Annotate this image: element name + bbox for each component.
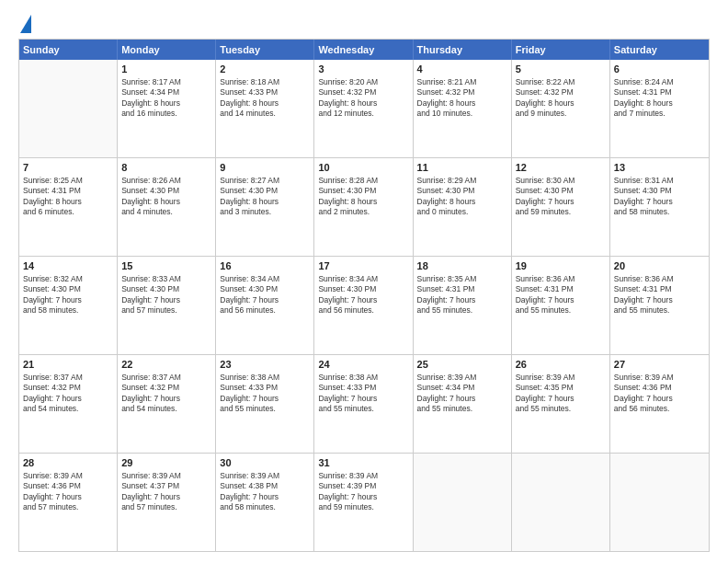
calendar-week-row: 14Sunrise: 8:32 AMSunset: 4:30 PMDayligh… [19,257,709,355]
logo [18,15,31,31]
day-info: Daylight: 8 hours [417,98,476,108]
day-info: and 12 minutes. [318,109,373,118]
day-info: and 9 minutes. [516,109,567,118]
day-info: Daylight: 7 hours [614,197,673,206]
day-info: Sunrise: 8:28 AM [318,176,378,185]
day-info: Sunrise: 8:39 AM [318,471,378,480]
day-info: and 55 minutes. [614,305,669,315]
day-info: Daylight: 8 hours [220,98,279,108]
page-header [18,15,710,31]
calendar-cell: 6Sunrise: 8:24 AMSunset: 4:31 PMDaylight… [610,60,709,157]
day-info: Daylight: 7 hours [516,394,574,403]
day-info: and 58 minutes. [614,207,669,216]
day-info: Sunset: 4:34 PM [121,87,179,97]
day-info: Sunset: 4:36 PM [614,383,672,392]
calendar-cell: 23Sunrise: 8:38 AMSunset: 4:33 PMDayligh… [216,355,314,453]
day-info: and 56 minutes. [614,404,669,413]
day-info: and 58 minutes. [220,502,275,511]
calendar-cell: 29Sunrise: 8:39 AMSunset: 4:37 PMDayligh… [118,454,216,551]
day-number: 27 [614,358,705,372]
day-info: Sunrise: 8:39 AM [220,471,279,480]
day-info: and 54 minutes. [121,404,176,413]
day-info: Sunrise: 8:39 AM [614,373,674,382]
calendar-week-row: 7Sunrise: 8:25 AMSunset: 4:31 PMDaylight… [19,158,709,257]
calendar-cell [610,454,709,551]
day-info: Sunset: 4:30 PM [318,186,376,195]
calendar-cell: 26Sunrise: 8:39 AMSunset: 4:35 PMDayligh… [512,355,610,453]
calendar-cell: 13Sunrise: 8:31 AMSunset: 4:30 PMDayligh… [610,158,709,256]
day-number: 4 [417,63,507,76]
day-number: 17 [318,259,408,273]
day-info: and 56 minutes. [318,305,373,315]
calendar-cell: 19Sunrise: 8:36 AMSunset: 4:31 PMDayligh… [512,257,610,354]
day-number: 6 [614,63,705,76]
day-info: Daylight: 8 hours [121,197,180,206]
day-number: 22 [121,358,211,372]
day-info: Sunset: 4:31 PM [23,186,81,195]
day-info: Daylight: 7 hours [318,492,377,501]
calendar-cell: 25Sunrise: 8:39 AMSunset: 4:34 PMDayligh… [414,355,512,453]
day-info: Sunset: 4:30 PM [417,186,475,195]
calendar-cell: 16Sunrise: 8:34 AMSunset: 4:30 PMDayligh… [216,257,314,354]
day-number: 24 [318,358,408,372]
calendar-header: SundayMondayTuesdayWednesdayThursdayFrid… [19,40,709,60]
day-info: Sunrise: 8:20 AM [318,77,378,86]
day-number: 29 [121,456,211,470]
day-info: Daylight: 8 hours [23,197,82,206]
day-number: 5 [516,63,606,76]
calendar: SundayMondayTuesdayWednesdayThursdayFrid… [18,39,710,552]
day-info: and 56 minutes. [220,305,275,315]
calendar-header-day: Wednesday [314,40,413,60]
day-info: Sunset: 4:30 PM [614,186,672,195]
day-info: Daylight: 7 hours [220,394,279,403]
day-info: Daylight: 8 hours [121,98,180,108]
day-info: and 10 minutes. [417,109,472,118]
logo-triangle-icon [20,15,31,33]
calendar-cell: 14Sunrise: 8:32 AMSunset: 4:30 PMDayligh… [19,257,118,354]
calendar-cell: 1Sunrise: 8:17 AMSunset: 4:34 PMDaylight… [118,60,216,157]
day-info: Sunset: 4:32 PM [121,383,179,392]
day-info: and 59 minutes. [318,502,373,511]
day-info: Daylight: 7 hours [23,295,82,304]
calendar-cell: 12Sunrise: 8:30 AMSunset: 4:30 PMDayligh… [512,158,610,256]
day-info: Sunset: 4:32 PM [516,87,574,97]
day-info: Daylight: 7 hours [516,197,574,206]
day-info: and 55 minutes. [417,404,472,413]
day-info: Daylight: 7 hours [417,295,476,304]
day-number: 28 [23,456,113,470]
day-info: Daylight: 8 hours [318,197,377,206]
day-number: 2 [220,63,310,76]
day-number: 3 [318,63,408,76]
calendar-cell: 22Sunrise: 8:37 AMSunset: 4:32 PMDayligh… [118,355,216,453]
day-info: and 3 minutes. [220,207,271,216]
day-number: 19 [516,259,606,273]
day-info: and 55 minutes. [417,305,472,315]
day-info: Sunrise: 8:33 AM [121,274,181,283]
calendar-cell: 18Sunrise: 8:35 AMSunset: 4:31 PMDayligh… [414,257,512,354]
day-info: Sunrise: 8:26 AM [121,176,181,185]
calendar-cell: 21Sunrise: 8:37 AMSunset: 4:32 PMDayligh… [19,355,118,453]
calendar-cell: 10Sunrise: 8:28 AMSunset: 4:30 PMDayligh… [314,158,413,256]
day-info: and 55 minutes. [318,404,373,413]
day-info: and 14 minutes. [220,109,275,118]
calendar-cell: 20Sunrise: 8:36 AMSunset: 4:31 PMDayligh… [610,257,709,354]
calendar-cell: 30Sunrise: 8:39 AMSunset: 4:38 PMDayligh… [216,454,314,551]
calendar-cell [19,60,118,157]
day-number: 10 [318,161,408,175]
day-info: and 2 minutes. [318,207,370,216]
day-number: 16 [220,259,310,273]
day-info: and 58 minutes. [23,305,78,315]
calendar-cell: 31Sunrise: 8:39 AMSunset: 4:39 PMDayligh… [314,454,413,551]
day-info: Sunrise: 8:25 AM [23,176,83,185]
calendar-cell: 17Sunrise: 8:34 AMSunset: 4:30 PMDayligh… [314,257,413,354]
calendar-cell: 5Sunrise: 8:22 AMSunset: 4:32 PMDaylight… [512,60,610,157]
day-info: Sunset: 4:38 PM [220,481,278,490]
day-number: 7 [23,161,113,175]
day-info: Daylight: 7 hours [23,394,82,403]
day-number: 1 [121,63,211,76]
day-info: Daylight: 8 hours [220,197,279,206]
day-number: 9 [220,161,310,175]
day-info: Sunrise: 8:38 AM [318,373,378,382]
day-info: Sunrise: 8:35 AM [417,274,477,283]
day-info: Sunset: 4:31 PM [614,284,672,293]
